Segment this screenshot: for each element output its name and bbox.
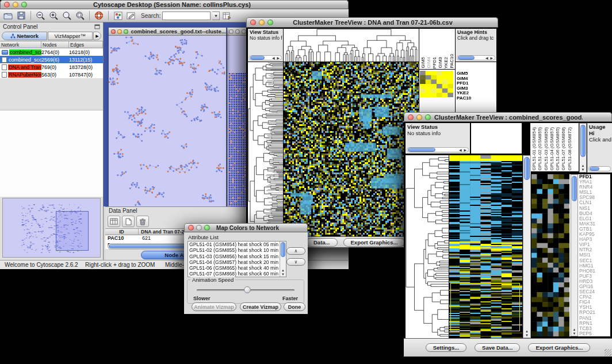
- network-overview-canvas[interactable]: [3, 198, 100, 256]
- column-nodes[interactable]: Nodes: [41, 41, 69, 48]
- zoom-button[interactable]: [204, 225, 210, 231]
- treeview-button[interactable]: Export Graphics...: [343, 238, 406, 247]
- network-view-window-2[interactable]: [227, 27, 248, 206]
- close-button[interactable]: [229, 29, 234, 34]
- close-button[interactable]: [250, 20, 256, 25]
- attribute-item[interactable]: GPL51-04 (GSM857) heat shock 20 min: [189, 259, 286, 265]
- attribute-item[interactable]: GPL51-01 (GSM854) heat shock 05 min: [189, 242, 286, 247]
- network-row[interactable]: combined_sco 2569(6) 13112(15): [0, 56, 103, 63]
- animate-vizmap-button[interactable]: Animate Vizmap: [192, 302, 236, 311]
- usage-hints-scrollbar[interactable]: [588, 166, 611, 171]
- zoom-in-icon[interactable]: [48, 10, 59, 21]
- speed-slider-thumb[interactable]: [244, 286, 251, 293]
- annotation-icon[interactable]: [125, 10, 137, 21]
- minimize-button[interactable]: [235, 29, 240, 34]
- network-view-window-1[interactable]: combined_scores_good.txt--cluste...: [108, 27, 227, 206]
- minimize-button[interactable]: [196, 225, 202, 231]
- attribute-item[interactable]: GPL51-02 (GSM855) heat shock 10 min: [189, 247, 286, 253]
- network-view-2-titlebar[interactable]: [227, 28, 248, 36]
- treeview-dna-titlebar[interactable]: ClusterMaker TreeView : DNA and Tran 07-…: [246, 17, 498, 28]
- zoom-fit-icon[interactable]: [61, 10, 72, 21]
- column-label[interactable]: GIM4: [426, 57, 431, 68]
- select-attributes-icon[interactable]: [108, 216, 120, 227]
- close-button[interactable]: [4, 2, 10, 7]
- column-label[interactable]: GPL51-04 (GSM857): [549, 127, 554, 171]
- view-status-scrollbar[interactable]: ◀ ▶: [249, 55, 282, 60]
- network-row[interactable]: combined_scores_ 2764(0) 16218(0): [0, 48, 103, 56]
- column-label[interactable]: PAC10: [449, 54, 454, 68]
- column-network[interactable]: Network: [0, 41, 41, 48]
- column-label[interactable]: GPL51-08 (GSM872): [567, 127, 572, 171]
- column-label[interactable]: GPL51-02 (GSM855): [537, 127, 542, 171]
- create-vizmap-button[interactable]: Create Vizmap: [240, 302, 281, 311]
- search-dropdown-arrow[interactable]: ▼: [212, 12, 220, 20]
- row-dendrogram-canvas[interactable]: [248, 62, 283, 236]
- move-up-button[interactable]: ∧: [286, 247, 305, 255]
- column-label[interactable]: YKE2: [443, 57, 449, 68]
- view-status-scrollbar[interactable]: ◀ ▶: [407, 147, 469, 152]
- treeview-button[interactable]: Settings...: [426, 343, 466, 352]
- close-button[interactable]: [408, 114, 414, 120]
- zoom-button[interactable]: [21, 2, 27, 7]
- close-button[interactable]: [111, 29, 116, 34]
- new-attribute-icon[interactable]: [122, 216, 135, 227]
- delete-attribute-icon[interactable]: [136, 216, 149, 227]
- help-ring-icon[interactable]: [93, 10, 105, 21]
- heatmap-selection-rect[interactable]: [450, 283, 520, 331]
- minimize-button[interactable]: [416, 114, 422, 120]
- move-down-button[interactable]: ∨: [286, 258, 305, 266]
- zoom-selected-icon[interactable]: [74, 10, 86, 21]
- tab-overflow-arrow[interactable]: ▶: [93, 32, 101, 40]
- zoom-heatmap-canvas[interactable]: [420, 71, 453, 97]
- treeview-combined-titlebar[interactable]: ClusterMaker TreeView : combined_scores_…: [404, 112, 612, 122]
- column-label[interactable]: GPL51-01 (GSM854): [531, 127, 537, 171]
- scrollbar-thumb[interactable]: [281, 242, 285, 257]
- zoom-heatmap-canvas[interactable]: [531, 174, 569, 336]
- row-dendrogram-canvas[interactable]: [406, 155, 449, 338]
- network-view-1-titlebar[interactable]: combined_scores_good.txt--cluste...: [109, 28, 226, 36]
- open-folder-icon[interactable]: [2, 10, 14, 21]
- column-edges[interactable]: Edges: [69, 41, 103, 48]
- heatmap-vscrollbar[interactable]: ▲▼: [523, 155, 531, 338]
- save-icon[interactable]: [16, 10, 27, 21]
- close-button[interactable]: [188, 225, 194, 231]
- dense-network-canvas[interactable]: [228, 72, 248, 206]
- heatmap-canvas[interactable]: [284, 62, 419, 236]
- network-overview-panel[interactable]: [2, 198, 101, 258]
- vizmapper-icon[interactable]: [112, 10, 124, 21]
- column-label[interactable]: GIM5: [420, 57, 426, 68]
- treeview-button[interactable]: Export Graphics...: [528, 343, 590, 352]
- column-dendrogram-canvas[interactable]: [284, 29, 419, 62]
- column-label[interactable]: GPL51-03 (GSM856): [544, 127, 549, 171]
- zoom-out-icon[interactable]: [35, 10, 46, 21]
- tab-network[interactable]: Network: [2, 32, 47, 40]
- attribute-item[interactable]: GPL51-06 (GSM865) heat shock 40 min: [189, 265, 286, 271]
- zoom-button[interactable]: [267, 20, 273, 25]
- treeview-button[interactable]: Save Data...: [475, 343, 520, 352]
- minimize-button[interactable]: [13, 2, 18, 7]
- resize-grip[interactable]: [605, 349, 611, 356]
- minimize-button[interactable]: [259, 20, 265, 25]
- speed-slider[interactable]: [197, 289, 294, 291]
- dialog-titlebar[interactable]: Map Colors to Network: [184, 223, 308, 232]
- done-button[interactable]: Done: [284, 302, 305, 311]
- network-row[interactable]: DNA and Tran 07 769(0) 183728(0): [0, 63, 103, 71]
- zoom-button[interactable]: [242, 29, 246, 34]
- attribute-list-scrollbar[interactable]: ▲▼: [280, 242, 286, 277]
- network-view-canvas[interactable]: [109, 36, 226, 206]
- gene-label[interactable]: PAC10: [457, 96, 496, 101]
- network-row[interactable]: RNAPuberNov2+I 563(0) 107847(0): [0, 71, 103, 78]
- column-label[interactable]: GPL51-07 (GSM868): [561, 127, 566, 171]
- tab-vizmapper[interactable]: VizMapper™: [48, 32, 93, 40]
- attribute-item[interactable]: GPL51-03 (GSM856) heat shock 15 min: [189, 254, 286, 259]
- cytoscape-titlebar[interactable]: Cytoscape Desktop (Session Name: collins…: [0, 0, 349, 9]
- column-label[interactable]: GIM3: [438, 57, 443, 68]
- column-label[interactable]: GPL51-06 (GSM865): [555, 127, 560, 171]
- usage-hints-scrollbar[interactable]: ◀ ▶: [457, 55, 495, 60]
- column-dendrogram-area[interactable]: [471, 123, 522, 154]
- search-input[interactable]: [162, 12, 211, 20]
- minimize-button[interactable]: [117, 29, 122, 34]
- zoom-button[interactable]: [124, 29, 128, 34]
- treeview-button[interactable]: Data...: [306, 238, 338, 247]
- column-label[interactable]: PFD1: [432, 57, 437, 68]
